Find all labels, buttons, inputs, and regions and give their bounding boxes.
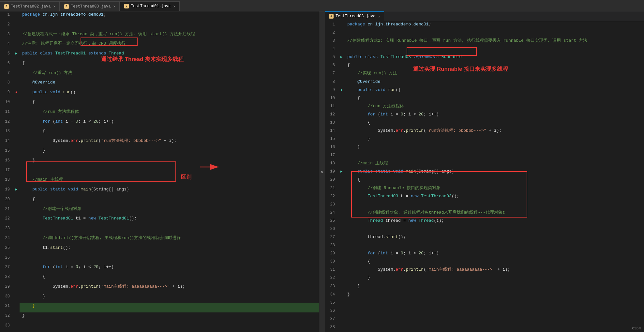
- line-num-12: 12: [0, 118, 13, 128]
- r-code-line-26: 26: [325, 226, 644, 234]
- r-line-num-29: 29: [325, 250, 338, 258]
- r-line-code-35: [345, 299, 644, 308]
- line-num-3: 3: [0, 31, 13, 41]
- r-line-num-4: 4: [325, 46, 338, 54]
- line-gutter-11: [13, 109, 20, 118]
- r-line-num-10: 10: [325, 95, 338, 103]
- code-line-18: 18 //main 主线程: [0, 176, 319, 186]
- left-editor-pane: 通过继承 Thread 类来实现多线程 区别 1 package cn.ljh.…: [0, 11, 319, 332]
- r-line-num-9: 9: [325, 87, 338, 95]
- r-code-line-11: 11 //run 方法线程体: [325, 103, 644, 111]
- close-icon-01[interactable]: ✕: [173, 4, 176, 8]
- line-code-29: System.err.println("main主线程: aaaaaaaaaa-…: [20, 283, 319, 293]
- tab-testthread02[interactable]: J TestThread02.java ✕: [0, 1, 60, 11]
- tab-testthread03-top[interactable]: J TestThread03.java ✕: [60, 1, 120, 11]
- r-line-gutter-37: [338, 316, 345, 324]
- line-num-27: 27: [0, 264, 13, 274]
- r-code-line-6: 6 {: [325, 62, 644, 70]
- line-code-15: }: [20, 147, 319, 157]
- r-line-gutter-30: [338, 258, 345, 266]
- split-divider[interactable]: ✕: [319, 11, 325, 332]
- r-line-gutter-31: [338, 266, 345, 275]
- r-line-code-10: {: [345, 95, 644, 103]
- editors-split: 通过继承 Thread 类来实现多线程 区别 1 package cn.ljh.…: [0, 11, 644, 332]
- r-line-num-16: 16: [325, 144, 338, 152]
- line-gutter-29: [13, 283, 20, 293]
- r-line-num-38: 38: [325, 324, 338, 332]
- r-code-line-37: 37: [325, 316, 644, 324]
- line-gutter-28: [13, 274, 20, 283]
- r-line-gutter-28: [338, 242, 345, 250]
- line-code-6: {: [20, 60, 319, 70]
- r-line-code-16: }: [345, 144, 644, 152]
- tab-testthread01[interactable]: J TestThread01.java ✕: [120, 1, 180, 11]
- right-pane-tab-bar: J TestThread03.java ✕: [325, 11, 644, 21]
- r-line-code-26: [345, 226, 644, 234]
- right-code-area[interactable]: 通过实现 Runnable 接口来实现多线程 1 package cn.ljh.…: [325, 21, 644, 332]
- r-line-code-23: [345, 201, 644, 209]
- r-line-gutter-5: ▶: [338, 54, 345, 62]
- r-line-num-31: 31: [325, 266, 338, 275]
- r-line-num-21: 21: [325, 185, 338, 193]
- tab-label-02: TestThread02.java: [11, 4, 51, 9]
- line-gutter-23: [13, 225, 20, 235]
- tab-label-03-top: TestThread03.java: [71, 4, 111, 9]
- line-num-29: 29: [0, 283, 13, 293]
- line-num-28: 28: [0, 274, 13, 283]
- split-close-icon[interactable]: ✕: [321, 169, 323, 175]
- line-code-1: package cn.ljh.threaddemo.demo01;: [20, 11, 319, 21]
- close-icon-03-top[interactable]: ✕: [113, 4, 115, 8]
- r-code-line-21: 21 //创建 Runnable 接口的实现类对象: [325, 185, 644, 193]
- close-icon-02[interactable]: ✕: [53, 4, 55, 8]
- line-code-19: public static void main(String[] args): [20, 186, 319, 196]
- line-gutter-13: [13, 128, 20, 138]
- editor-container: J TestThread02.java ✕ J TestThread03.jav…: [0, 0, 644, 332]
- r-line-num-1: 1: [325, 21, 338, 29]
- line-code-12: for (int i = 0; i < 20; i++): [20, 118, 319, 128]
- r-line-num-8: 8: [325, 79, 338, 87]
- r-code-line-22: 22 TestThread03 t = new TestThread03();: [325, 193, 644, 201]
- line-num-1: 1: [0, 11, 13, 21]
- right-tab-close[interactable]: ✕: [378, 14, 380, 19]
- r-code-line-25: 25 Thread thread = new Thread(t);: [325, 218, 644, 226]
- r-line-gutter-34: [338, 291, 345, 299]
- right-pane-tab-testthread03[interactable]: J TestThread03.java ✕: [325, 11, 384, 21]
- line-code-25: t1.start();: [20, 245, 319, 254]
- code-line-28: 28 {: [0, 274, 319, 283]
- r-line-gutter-15: [338, 136, 345, 144]
- r-line-code-9: public void run(): [345, 87, 644, 95]
- line-gutter-27: [13, 264, 20, 274]
- r-line-num-27: 27: [325, 234, 338, 242]
- line-code-24: //调用start()方法开启线程, 主线程和run()方法的线程就会同时进行: [20, 235, 319, 245]
- r-code-line-15: 15 }: [325, 136, 644, 144]
- line-gutter-6: [13, 60, 20, 70]
- line-num-13: 13: [0, 128, 13, 138]
- r-code-line-33: 33 }: [325, 283, 644, 291]
- r-line-num-34: 34: [325, 291, 338, 299]
- r-line-code-7: //实现 run() 方法: [345, 70, 644, 78]
- line-code-9: public void run(): [20, 89, 319, 99]
- r-line-num-37: 37: [325, 316, 338, 324]
- r-line-gutter-18: [338, 160, 345, 168]
- r-line-num-20: 20: [325, 176, 338, 185]
- r-line-num-19: 19: [325, 168, 338, 176]
- line-num-21: 21: [0, 206, 13, 216]
- left-code-area[interactable]: 通过继承 Thread 类来实现多线程 区别 1 package cn.ljh.…: [0, 11, 319, 332]
- line-gutter-8: [13, 79, 20, 89]
- line-num-10: 10: [0, 99, 13, 109]
- code-line-29: 29 System.err.println("main主线程: aaaaaaaa…: [0, 283, 319, 293]
- r-line-gutter-6: [338, 62, 345, 70]
- right-editor-pane: J TestThread03.java ✕ 通过实现 Runnable 接口来实…: [325, 11, 644, 332]
- line-code-8: @Override: [20, 79, 319, 89]
- line-gutter-17: [13, 167, 20, 177]
- line-code-10: {: [20, 99, 319, 109]
- line-gutter-22: [13, 215, 20, 225]
- r-code-line-1: 1 package cn.ljh.threaddemo.demo01;: [325, 21, 644, 29]
- code-line-31: 31 }: [0, 303, 319, 312]
- right-tab-icon: J: [329, 14, 334, 19]
- line-num-33: 33: [0, 322, 13, 332]
- line-gutter-2: [13, 21, 20, 31]
- r-line-code-4: [345, 46, 644, 54]
- code-line-7: 7 //重写 run() 方法: [0, 70, 319, 80]
- right-code-table: 1 package cn.ljh.threaddemo.demo01; 2 3: [325, 21, 644, 332]
